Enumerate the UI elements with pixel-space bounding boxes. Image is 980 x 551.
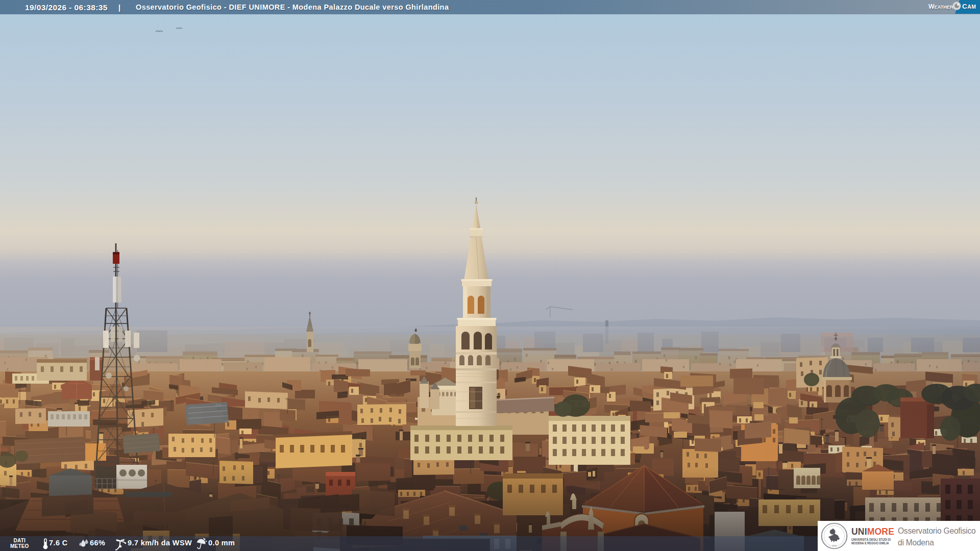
svg-text:1175: 1175 <box>832 544 837 547</box>
svg-text:CAM: CAM <box>962 3 976 10</box>
svg-text:WEATHER: WEATHER <box>928 3 953 10</box>
